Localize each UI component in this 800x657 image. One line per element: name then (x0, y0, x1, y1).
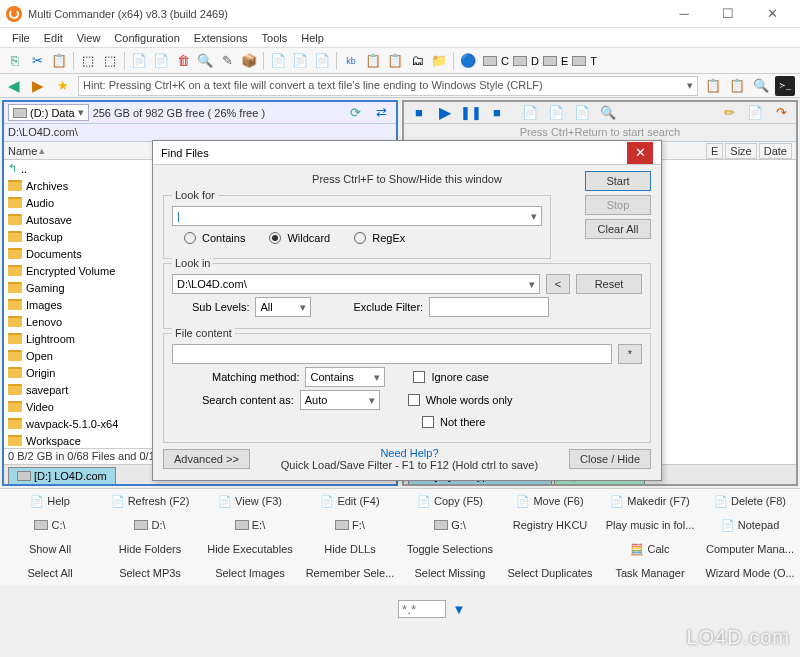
move-file-icon[interactable]: 📄 (151, 51, 171, 71)
footer-cell[interactable]: Hide Executables (200, 541, 300, 557)
copy-icon[interactable]: ⎘ (5, 51, 25, 71)
find-icon[interactable]: 🔍 (751, 76, 771, 96)
attr-icon[interactable]: 📋 (363, 51, 383, 71)
icon[interactable]: 🗂 (407, 51, 427, 71)
footer-cell[interactable]: Remember Sele... (300, 565, 400, 581)
icon[interactable]: ✏ (719, 103, 739, 123)
advanced-button[interactable]: Advanced >> (163, 449, 250, 469)
drive-e-icon[interactable] (540, 51, 560, 71)
footer-cell[interactable]: 📄Refresh (F2) (100, 493, 200, 510)
back-icon[interactable]: ◀ (4, 76, 24, 96)
stop-icon[interactable]: ■ (409, 103, 429, 123)
footer-cell[interactable]: Select Images (200, 565, 300, 581)
footer-cell[interactable]: Show All (0, 541, 100, 557)
favorite-icon[interactable]: ★ (53, 76, 73, 96)
footer-cell[interactable]: G:\ (400, 517, 500, 533)
footer-cell[interactable]: C:\ (0, 517, 100, 533)
icon[interactable]: 📄 (268, 51, 288, 71)
footer-cell[interactable]: Registry HKCU (500, 517, 600, 533)
icon[interactable]: 📄 (520, 103, 540, 123)
footer-cell[interactable]: Select All (0, 565, 100, 581)
matching-select[interactable]: Contains▾ (305, 367, 385, 387)
arrow-icon[interactable]: ⇄ (371, 103, 391, 123)
look-in-input[interactable]: D:\LO4D.com\▾ (172, 274, 540, 294)
drive-d-icon[interactable] (510, 51, 530, 71)
footer-cell[interactable]: Select MP3s (100, 565, 200, 581)
footer-cell[interactable]: F:\ (300, 517, 400, 533)
filter-icon[interactable]: ▼ (449, 599, 469, 619)
footer-cell[interactable]: Computer Mana... (700, 541, 800, 557)
size-icon[interactable]: kb (341, 51, 361, 71)
pack-icon[interactable]: 📦 (239, 51, 259, 71)
copy-file-icon[interactable]: 📄 (129, 51, 149, 71)
menu-extensions[interactable]: Extensions (188, 30, 254, 46)
regex-radio[interactable]: RegEx (354, 232, 405, 244)
drive-c-icon[interactable] (480, 51, 500, 71)
record-icon[interactable]: ■ (487, 103, 507, 123)
footer-cell[interactable]: Select Missing (400, 565, 500, 581)
left-tab[interactable]: [D:] LO4D.com (8, 467, 116, 484)
footer-cell[interactable]: Wizard Mode (O... (700, 565, 800, 581)
footer-cell[interactable]: Select Duplicates (500, 565, 600, 581)
nav-icon[interactable]: 📋 (703, 76, 723, 96)
icon[interactable]: 📄 (312, 51, 332, 71)
whole-checkbox[interactable]: Whole words only (408, 394, 513, 406)
drive-e[interactable]: E (561, 55, 568, 67)
icon[interactable]: 📄 (745, 103, 765, 123)
col-size[interactable]: Size (725, 143, 756, 159)
exclude-input[interactable] (429, 297, 549, 317)
play-icon[interactable]: ▶ (435, 103, 455, 123)
contains-radio[interactable]: Contains (184, 232, 245, 244)
icon[interactable]: 📁 (429, 51, 449, 71)
footer-cell[interactable]: 📄Help (0, 493, 100, 510)
paste-icon[interactable]: 📋 (49, 51, 69, 71)
search-as-select[interactable]: Auto▾ (300, 390, 380, 410)
forward-icon[interactable]: ▶ (28, 76, 48, 96)
deselect-icon[interactable]: ⬚ (100, 51, 120, 71)
pause-icon[interactable]: ❚❚ (461, 103, 481, 123)
footer-cell[interactable]: 📄Move (F6) (500, 493, 600, 510)
close-hide-button[interactable]: Close / Hide (569, 449, 651, 469)
redo-icon[interactable]: ↷ (771, 103, 791, 123)
wildcard-radio[interactable]: Wildcard (269, 232, 330, 244)
close-button[interactable]: ✕ (750, 0, 794, 28)
icon[interactable]: 🔍 (598, 103, 618, 123)
footer-cell[interactable] (500, 547, 600, 551)
drive-t-icon[interactable] (569, 51, 589, 71)
drive-t[interactable]: T (590, 55, 597, 67)
footer-cell[interactable]: Task Manager (600, 565, 700, 581)
footer-cell[interactable]: E:\ (200, 517, 300, 533)
lt-button[interactable]: < (546, 274, 570, 294)
terminal-icon[interactable]: ≻_ (775, 76, 795, 96)
icon[interactable]: 📋 (385, 51, 405, 71)
view-icon[interactable]: 🔍 (195, 51, 215, 71)
start-button[interactable]: Start (585, 171, 651, 191)
col-date[interactable]: Date (759, 143, 792, 159)
content-input[interactable] (172, 344, 612, 364)
menu-help[interactable]: Help (295, 30, 330, 46)
maximize-button[interactable]: ☐ (706, 0, 750, 28)
filter-input[interactable] (398, 600, 446, 618)
menu-edit[interactable]: Edit (38, 30, 69, 46)
help-link[interactable]: Need Help? (256, 447, 563, 459)
refresh-icon[interactable]: ⟳ (345, 103, 365, 123)
footer-cell[interactable]: Hide Folders (100, 541, 200, 557)
footer-cell[interactable]: 📄Makedir (F7) (600, 493, 700, 510)
footer-cell[interactable]: Play music in fol... (600, 517, 700, 533)
cut-icon[interactable]: ✂ (27, 51, 47, 71)
footer-cell[interactable]: 📄View (F3) (200, 493, 300, 510)
footer-cell[interactable]: Hide DLLs (300, 541, 400, 557)
reset-button[interactable]: Reset (576, 274, 642, 294)
ignore-checkbox[interactable]: Ignore case (413, 371, 488, 383)
color-icon[interactable]: 🔵 (458, 51, 478, 71)
menu-file[interactable]: File (6, 30, 36, 46)
footer-cell[interactable]: 📄Copy (F5) (400, 493, 500, 510)
star-button[interactable]: * (618, 344, 642, 364)
clear-all-button[interactable]: Clear All (585, 219, 651, 239)
nav-icon[interactable]: 📋 (727, 76, 747, 96)
drive-selector[interactable]: (D:) Data ▾ (8, 104, 89, 121)
menu-view[interactable]: View (71, 30, 107, 46)
menu-tools[interactable]: Tools (256, 30, 294, 46)
footer-cell[interactable]: D:\ (100, 517, 200, 533)
stop-button[interactable]: Stop (585, 195, 651, 215)
